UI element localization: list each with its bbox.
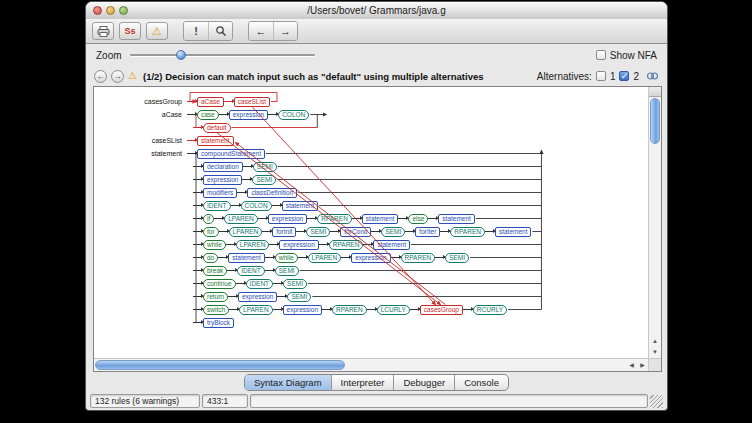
diagram-node-statement[interactable]: statement <box>495 227 532 237</box>
diagram-node-switch[interactable]: switch <box>203 305 229 315</box>
diagram-node-RPAREN[interactable]: RPAREN <box>317 214 352 224</box>
diagram-node-continue[interactable]: continue <box>203 279 236 289</box>
close-button[interactable] <box>93 6 102 15</box>
diagram-node-expression[interactable]: expression <box>229 110 268 120</box>
diagram-node-RPAREN[interactable]: RPAREN <box>329 240 364 250</box>
vertical-scrollbar-thumb[interactable] <box>650 98 660 144</box>
nav-back-button[interactable]: ← <box>249 22 273 40</box>
print-button[interactable] <box>92 22 114 40</box>
diagram-node-casesGroup[interactable]: casesGroup <box>420 305 463 315</box>
diagram-node-expression[interactable]: expression <box>268 214 307 224</box>
diagram-node-declaration[interactable]: declaration <box>203 162 243 172</box>
scroll-down-button[interactable]: ▼ <box>649 347 661 358</box>
diagram-node-IDENT[interactable]: IDENT <box>237 266 265 276</box>
tab-interpreter[interactable]: Interpreter <box>331 375 394 390</box>
diagram-node-RCURLY[interactable]: RCURLY <box>473 305 507 315</box>
find-button[interactable] <box>208 22 232 40</box>
diagram-node-COLON[interactable]: COLON <box>241 201 272 211</box>
tab-debugger[interactable]: Debugger <box>393 375 454 390</box>
diagram-node-LCURLY[interactable]: LCURLY <box>377 305 410 315</box>
diagram-node-RPAREN[interactable]: RPAREN <box>332 305 367 315</box>
diagram-node-statement[interactable]: statement <box>438 214 475 224</box>
tab-syntax-diagram[interactable]: Syntax Diagram <box>245 375 331 390</box>
diagram-node-tryBlock[interactable]: tryBlock <box>203 318 234 328</box>
previous-warning-button[interactable]: ← <box>94 70 107 83</box>
diagram-node-while[interactable]: while <box>275 253 298 263</box>
diagram-node-statement[interactable]: statement <box>362 214 399 224</box>
zoom-slider[interactable] <box>130 49 315 61</box>
diagram-node-expression[interactable]: expression <box>283 305 322 315</box>
horizontal-scrollbar-thumb[interactable] <box>95 360 345 370</box>
diagram-node-SEMI[interactable]: SEMI <box>306 227 330 237</box>
alternative-1-checkbox[interactable] <box>596 71 606 81</box>
diagram-node-statement[interactable]: statement <box>373 240 410 250</box>
diagram-node-SEMI[interactable]: SEMI <box>253 162 277 172</box>
diagram-node-COLON[interactable]: COLON <box>278 110 309 120</box>
diagram-node-statement[interactable]: statement <box>228 253 265 263</box>
diagram-node-else[interactable]: else <box>408 214 428 224</box>
titlebar[interactable]: /Users/bovet/ Grammars/java.g <box>86 2 667 20</box>
diagram-node-SEMI[interactable]: SEMI <box>287 292 311 302</box>
warnings-button[interactable]: ⚠ <box>146 22 168 40</box>
diagram-node-forInit[interactable]: forInit <box>272 227 296 237</box>
diagram-node-LPAREN[interactable]: LPAREN <box>239 305 273 315</box>
split-pane-grabber[interactable] <box>649 87 661 97</box>
diagram-node-compoundStatement[interactable]: compoundStatement <box>197 149 265 159</box>
diagram-node-expression[interactable]: expression <box>351 253 390 263</box>
diagram-node-forIter[interactable]: forIter <box>415 227 440 237</box>
minimize-button[interactable] <box>106 6 115 15</box>
horizontal-scrollbar[interactable]: ◀ ▶ <box>94 358 648 371</box>
diagram-node-break[interactable]: break <box>203 266 227 276</box>
link-button[interactable] <box>643 71 659 81</box>
show-nfa-checkbox[interactable] <box>596 50 606 60</box>
diagram-node-expression[interactable]: expression <box>203 175 242 185</box>
diagram-node-LPAREN[interactable]: LPAREN <box>308 253 342 263</box>
diagram-node-LPAREN[interactable]: LPAREN <box>224 214 258 224</box>
syntax-coloring-button[interactable]: Ss <box>119 22 141 40</box>
diagram-node-statement[interactable]: statement <box>282 201 319 211</box>
diagram-node-classDefinition[interactable]: classDefinition <box>247 188 297 198</box>
diagram-node-modifiers[interactable]: modifiers <box>203 188 237 198</box>
diagram-node-return[interactable]: return <box>203 292 228 302</box>
diagram-node-SEMI[interactable]: SEMI <box>283 279 307 289</box>
diagram-node-default[interactable]: default <box>203 123 231 133</box>
diagram-node-caseSList[interactable]: caseSList <box>234 97 270 107</box>
diagram-node-SEMI[interactable]: SEMI <box>275 266 299 276</box>
diagram-node-case[interactable]: case <box>197 110 219 120</box>
connector-line <box>219 114 229 115</box>
tab-console[interactable]: Console <box>454 375 508 390</box>
diagram-node-while[interactable]: while <box>203 240 226 250</box>
diagram-node-RPAREN[interactable]: RPAREN <box>450 227 485 237</box>
diagram-node-forCond[interactable]: forCond <box>340 227 371 237</box>
nav-forward-button[interactable]: → <box>273 22 297 40</box>
diagram-node-LPAREN[interactable]: LPAREN <box>229 227 263 237</box>
diagram-node-IDENT[interactable]: IDENT <box>246 279 274 289</box>
scroll-left-button[interactable]: ◀ <box>626 359 637 371</box>
vertical-scrollbar[interactable]: ▲ ▼ <box>648 87 661 358</box>
zoom-slider-thumb[interactable] <box>176 50 186 60</box>
diagram-node-SEMI[interactable]: SEMI <box>381 227 405 237</box>
next-warning-button[interactable]: → <box>111 70 124 83</box>
diagram-node-SEMI[interactable]: SEMI <box>252 175 276 185</box>
diagram-node-for[interactable]: for <box>203 227 219 237</box>
diagram-node-expression[interactable]: expression <box>238 292 277 302</box>
diagram-node-aCase[interactable]: aCase <box>197 97 224 107</box>
alternative-2-checkbox[interactable]: ✓ <box>619 71 629 81</box>
diagram-node-SEMI[interactable]: SEMI <box>445 253 469 263</box>
scroll-right-button[interactable]: ▶ <box>637 359 648 371</box>
check-grammar-button[interactable]: ! <box>184 22 208 40</box>
diagram-node-do[interactable]: do <box>203 253 218 263</box>
diagram-node-if[interactable]: if <box>203 214 214 224</box>
scroll-up-button[interactable]: ▲ <box>649 336 661 347</box>
resize-grip[interactable] <box>650 395 663 408</box>
magnifier-icon <box>215 25 227 37</box>
connector-line <box>391 257 401 258</box>
diagram-node-LPAREN[interactable]: LPAREN <box>236 240 270 250</box>
syntax-diagram-canvas[interactable]: casesGroupaCasecaseSListaCasecaseexpress… <box>93 86 662 372</box>
diagram-node-RPAREN[interactable]: RPAREN <box>401 253 436 263</box>
connector-line <box>193 205 203 206</box>
diagram-node-IDENT[interactable]: IDENT <box>203 201 231 211</box>
diagram-node-statement[interactable]: statement <box>197 136 234 146</box>
diagram-node-expression[interactable]: expression <box>279 240 318 250</box>
zoom-window-button[interactable] <box>119 6 128 15</box>
